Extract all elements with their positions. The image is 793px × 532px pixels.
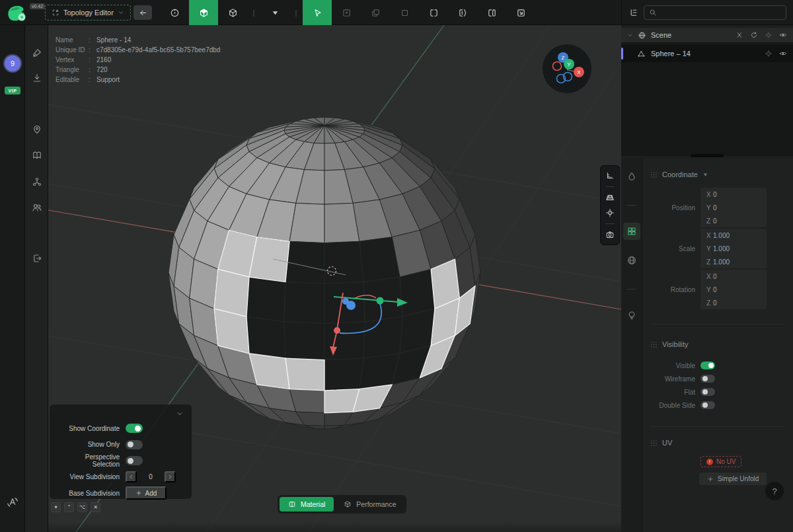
toggle-wireframe[interactable] [700,375,715,383]
toggle-flat[interactable] [700,388,715,396]
export-box-icon [516,8,526,18]
bridge-tool[interactable] [477,0,506,25]
scene-collapse-chevron[interactable] [627,32,633,38]
toolbar-divider [627,289,636,289]
add-subdivision-button[interactable]: Add [126,486,167,500]
caret-down-icon[interactable] [702,172,708,178]
simple-unfold-button[interactable]: Simple Unfold [699,473,767,485]
axis-value[interactable]: 1.000 [713,232,730,239]
frame-select-tool[interactable] [390,0,419,25]
import-icon[interactable] [32,73,42,83]
modifier-key-badge[interactable]: ✕ [91,502,100,512]
toolbar-divider [627,205,636,206]
search-box[interactable] [644,5,786,20]
axis-value[interactable]: 1.000 [713,258,730,266]
info-label: Triangle [56,65,89,75]
outline-tree-icon[interactable] [628,8,638,18]
modifier-key-badge[interactable]: ⌃ [64,502,74,512]
coord-axis-row: Z1.000 [700,255,767,268]
locate-icon[interactable] [765,50,773,57]
scene-title: Scene [651,31,731,39]
camera-icon[interactable] [605,230,615,239]
stepper-increment-button[interactable] [165,471,176,482]
scene-item-sphere[interactable]: Sphere – 14 [621,45,793,62]
pen-icon[interactable] [32,48,42,58]
modifier-key-badge[interactable]: ⌥ [77,502,87,512]
axis-value[interactable]: 0 [713,217,717,225]
translate-icon[interactable] [6,496,19,509]
add-button-label: Add [145,490,157,497]
visibility-label: Flat [650,389,695,396]
modifier-key-badge[interactable]: ✦ [51,502,61,512]
mode-selector[interactable]: Topology Editor [45,5,131,20]
toggle-knob [702,389,708,395]
object-info-overlay: Name:Sphere - 14Unique ID:c7d8305e-e79d-… [56,35,220,85]
panel-collapse-chevron[interactable] [176,410,184,418]
toggle-visible[interactable] [700,361,715,369]
toggle-show-only[interactable] [126,440,143,449]
drag-dots-icon [650,171,658,178]
collapse-all-icon[interactable] [736,31,743,39]
orientation-gizmo[interactable]: ZYX [541,42,593,95]
mesh-tab-icon[interactable] [626,226,637,237]
axis-value[interactable]: 0 [713,286,717,293]
search-input[interactable] [661,9,781,17]
info-row: Triangle:720 [56,65,220,75]
duplicate-tool[interactable] [361,0,390,25]
panel-resize-handle[interactable] [691,154,724,157]
toggle-show-coordinate[interactable] [126,424,143,433]
focus-icon[interactable] [605,208,615,217]
pin-icon[interactable] [32,124,42,135]
grid-icon[interactable] [605,193,615,202]
split-tool[interactable] [419,0,448,25]
toggle-double-side[interactable] [700,401,715,409]
bulb-icon[interactable] [626,310,637,321]
vip-badge[interactable]: VIP [5,87,20,95]
coord-value-box[interactable]: X0Y0Z0 [700,188,767,227]
coord-value-box[interactable]: X0Y0Z0 [700,270,767,309]
info-value: Support [96,76,120,83]
topology-mode-tool[interactable] [189,0,218,25]
help-button[interactable]: ? [765,482,784,500]
extrude-tool[interactable] [448,0,477,25]
axis-value[interactable]: 0 [713,299,717,307]
brush-dropdown-tool[interactable] [260,0,289,25]
coord-value-box[interactable]: X1.000Y1.000Z1.000 [700,229,767,268]
toolbar-tool-group: || [160,0,535,25]
tab-material[interactable]: Material [280,497,334,512]
axis-letter: Z [700,217,713,225]
avatar[interactable]: 9 [5,56,20,71]
locate-icon[interactable] [765,31,773,39]
axis-value[interactable]: 0 [713,191,717,198]
material-icon [288,500,296,508]
orbit-tool[interactable] [160,0,189,25]
tab-performance[interactable]: Performance [335,497,404,512]
app-logo[interactable] [5,2,28,23]
axis-value[interactable]: 0 [713,204,717,211]
globe-icon[interactable] [626,255,637,266]
visibility-eye-icon[interactable] [779,31,787,39]
object-mode-tool[interactable] [218,0,247,25]
library-icon[interactable] [32,150,42,161]
nodes-icon[interactable] [32,176,42,187]
toggle-perspective-selection[interactable] [126,456,143,465]
panel-row: Show Coordinate [56,420,185,437]
back-button[interactable] [133,5,152,20]
frame-icon [400,8,410,18]
view-subdivision-stepper: 0 [126,471,176,482]
info-label: Editable [56,75,89,85]
paint-icon[interactable] [626,171,637,182]
stepper-decrement-button[interactable] [126,471,137,482]
community-icon[interactable] [32,202,42,213]
select-tool[interactable] [303,0,332,25]
visibility-eye-icon[interactable] [779,50,787,57]
logout-icon[interactable] [32,253,42,264]
axis-value[interactable]: 0 [713,273,717,280]
refresh-icon[interactable] [750,31,758,39]
export-tool[interactable] [506,0,535,25]
axis-value[interactable]: 1.000 [713,245,730,252]
no-uv-warning[interactable]: ! No UV [700,456,741,467]
coord-group-rotation: RotationX0Y0Z0 [650,270,785,309]
soft-select-tool[interactable] [332,0,361,25]
ruler-icon[interactable] [605,171,615,180]
